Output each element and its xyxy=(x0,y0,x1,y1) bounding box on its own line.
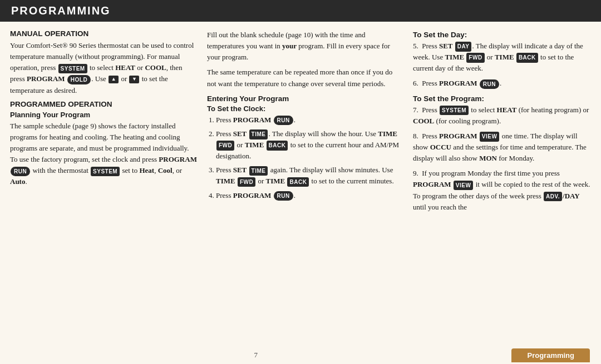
run-badge-1: RUN xyxy=(274,116,293,126)
view-badge-1: VIEW xyxy=(480,132,500,142)
page-header: PROGRAMMING xyxy=(0,0,601,22)
set-program-title: To Set the Program: xyxy=(413,94,591,103)
system-badge-2: SYSTEM xyxy=(91,167,120,177)
set-program-section: To Set the Program: 7. Press SYSTEM to s… xyxy=(413,93,591,217)
back-badge-2: BACK xyxy=(287,177,309,187)
set-clock-title: To Set the Clock: xyxy=(207,104,403,113)
page-number: 7 xyxy=(254,351,258,360)
adv-badge: ADV. xyxy=(544,192,562,202)
system-badge-3: SYSTEM xyxy=(440,106,469,116)
programmed-operation-section: PROGRAMMED OPERATION Planning Your Progr… xyxy=(10,100,197,192)
left-column: MANUAL OPERATION Your Comfort-Set® 90 Se… xyxy=(10,29,197,341)
program-step-9: 9. If you program Monday the first time … xyxy=(413,168,591,213)
up-arrow-icon xyxy=(109,76,119,83)
program-step-7: 7. Press SYSTEM to select HEAT (for heat… xyxy=(413,104,591,127)
back-badge-day: BACK xyxy=(516,53,538,63)
manual-operation-section: MANUAL OPERATION Your Comfort-Set® 90 Se… xyxy=(10,29,197,100)
page: PROGRAMMING MANUAL OPERATION Your Comfor… xyxy=(0,0,601,364)
program-step-8: 8. Press PROGRAM VIEW one time. The disp… xyxy=(413,131,591,164)
set-day-section: To Set the Day: 5. Press SET DAY. The di… xyxy=(413,29,591,93)
manual-operation-body: Your Comfort-Set® 90 Series thermostat c… xyxy=(10,40,197,96)
set-day-title: To Set the Day: xyxy=(413,31,591,39)
content-area: MANUAL OPERATION Your Comfort-Set® 90 Se… xyxy=(0,22,601,341)
clock-step-3: Press SET TIME again. The display will s… xyxy=(216,164,403,187)
time-badge-2: TIME xyxy=(249,166,268,176)
planning-your-program-subtitle: Planning Your Program xyxy=(10,111,197,119)
mid-intro-2: The same temperature can be repeated mor… xyxy=(207,67,403,89)
programmed-operation-body: The sample schedule (page 9) shows the f… xyxy=(10,121,197,188)
programmed-operation-title: PROGRAMMED OPERATION xyxy=(10,100,197,108)
right-column: To Set the Day: 5. Press SET DAY. The di… xyxy=(413,29,591,341)
page-title: PROGRAMMING xyxy=(11,4,111,17)
clock-step-2: Press SET TIME. The display will show th… xyxy=(216,128,403,162)
clock-step-4: Press PROGRAM RUN. xyxy=(216,190,403,201)
fwd-badge-2: FWD xyxy=(238,177,255,187)
footer: 7 Programming xyxy=(0,346,601,364)
day-step-6: 6. Press PROGRAM RUN. xyxy=(413,78,591,89)
run-badge-2: RUN xyxy=(274,191,293,201)
footer-tab: Programming xyxy=(511,348,590,362)
run-badge-day: RUN xyxy=(480,79,499,89)
entering-program-title: Entering Your Program xyxy=(207,94,403,103)
system-badge: SYSTEM xyxy=(58,64,87,74)
down-arrow-icon xyxy=(129,76,139,83)
fwd-badge-1: FWD xyxy=(216,141,234,151)
fwd-badge-day: FWD xyxy=(466,53,484,63)
hold-badge: HOLD xyxy=(67,75,91,85)
day-badge: DAY xyxy=(455,42,472,52)
view-badge-2: VIEW xyxy=(454,181,474,191)
back-badge-1: BACK xyxy=(267,141,288,151)
time-badge-1: TIME xyxy=(249,129,268,139)
clock-steps-list: Press PROGRAM RUN. Press SET TIME. The d… xyxy=(216,114,403,201)
manual-operation-title: MANUAL OPERATION xyxy=(10,29,197,38)
run-badge-left: RUN xyxy=(11,167,30,177)
footer-page-number: 7 xyxy=(0,351,511,360)
middle-column: Fill out the blank schedule (page 10) wi… xyxy=(207,29,403,341)
clock-step-1: Press PROGRAM RUN. xyxy=(216,114,403,126)
entering-program-section: Entering Your Program To Set the Clock: … xyxy=(207,93,403,204)
mid-intro-1: Fill out the blank schedule (page 10) wi… xyxy=(207,29,403,63)
day-step-5: 5. Press SET DAY. The display will indic… xyxy=(413,41,591,74)
